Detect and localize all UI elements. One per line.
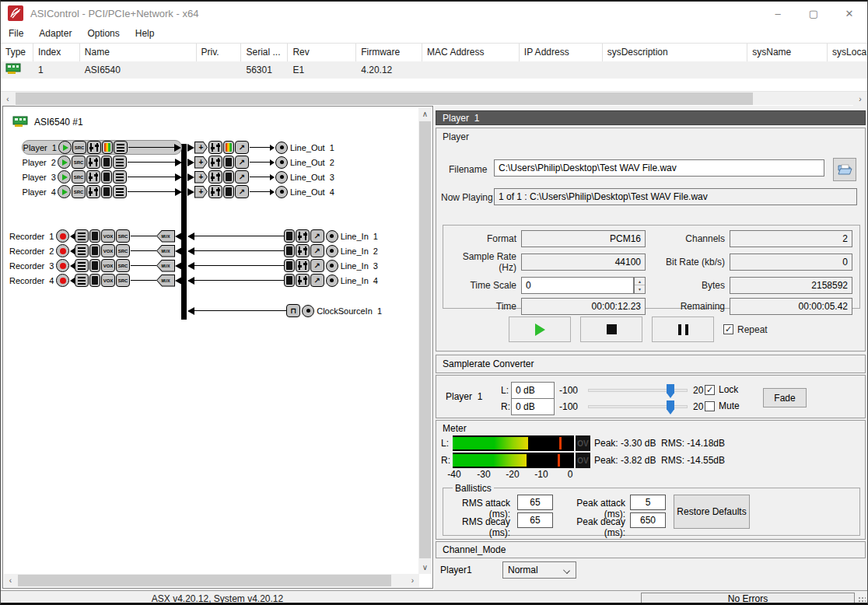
col-type[interactable]: Type <box>1 44 33 61</box>
faders-icon[interactable] <box>296 244 310 257</box>
vox-icon[interactable] <box>101 244 115 257</box>
peak-attack-input[interactable] <box>630 495 666 510</box>
col-mac[interactable]: MAC Address <box>422 44 520 61</box>
faders-icon[interactable] <box>86 185 100 198</box>
col-ip[interactable]: IP Address <box>520 44 603 61</box>
scroll-thumb[interactable] <box>18 575 391 586</box>
topology-vscrollbar[interactable]: ∧ ∨ <box>418 107 432 574</box>
record-icon[interactable] <box>56 259 69 272</box>
src-icon[interactable] <box>116 229 130 243</box>
meter-icon[interactable] <box>101 170 112 184</box>
player-row[interactable]: Player 1 <box>22 140 182 155</box>
src-icon[interactable] <box>116 259 130 272</box>
src-icon[interactable] <box>72 185 86 198</box>
stop-button[interactable] <box>580 316 642 342</box>
scroll-down-icon[interactable]: ∨ <box>418 561 432 574</box>
faders-icon[interactable] <box>208 170 222 184</box>
src-icon[interactable] <box>116 274 130 287</box>
meter-icon[interactable] <box>223 185 234 198</box>
linein-row[interactable]: Line_In 3 <box>187 258 378 273</box>
faders-icon[interactable] <box>208 185 222 198</box>
sum-icon[interactable] <box>194 171 208 184</box>
play-icon[interactable] <box>58 141 72 154</box>
recorder-row[interactable]: Recorder 1 <box>9 229 182 243</box>
meter-icon[interactable] <box>223 141 234 154</box>
col-name[interactable]: Name <box>80 44 197 61</box>
scroll-left-icon[interactable]: ‹ <box>1 92 15 106</box>
time-scale-input[interactable] <box>521 277 634 294</box>
player-row[interactable]: Player 3 <box>22 170 182 184</box>
record-icon[interactable] <box>56 274 69 287</box>
fade-button[interactable]: Fade <box>763 388 807 407</box>
mixer-icon[interactable] <box>75 244 89 257</box>
clock-icon[interactable] <box>286 304 300 317</box>
mixer-icon[interactable] <box>113 170 127 184</box>
sum-icon[interactable] <box>194 156 208 169</box>
lineout-row[interactable]: Line_Out 2 <box>187 155 380 170</box>
meter-icon[interactable] <box>284 229 295 243</box>
player-row[interactable]: Player 4 <box>22 184 182 199</box>
lineout-node-icon[interactable] <box>275 156 288 169</box>
slider-thumb[interactable] <box>667 400 674 414</box>
play-button[interactable] <box>509 316 571 342</box>
peak-decay-input[interactable] <box>630 512 666 528</box>
rms-decay-input[interactable] <box>517 512 553 528</box>
meter-icon[interactable] <box>89 244 100 257</box>
vox-icon[interactable] <box>101 274 115 287</box>
maximize-button[interactable]: ▢ <box>796 2 831 25</box>
record-icon[interactable] <box>56 229 69 243</box>
right-gain-slider[interactable] <box>588 405 688 408</box>
router-icon[interactable] <box>235 156 249 169</box>
menu-adapter[interactable]: Adapter <box>31 26 79 40</box>
router-icon[interactable] <box>310 244 324 257</box>
adapter-node[interactable]: ASI6540 #1 <box>12 116 83 128</box>
menu-help[interactable]: Help <box>128 26 163 40</box>
vox-icon[interactable] <box>101 229 115 243</box>
col-sysdescription[interactable]: sysDescription <box>603 44 748 61</box>
src-icon[interactable] <box>72 170 86 184</box>
pause-button[interactable] <box>652 316 714 342</box>
record-icon[interactable] <box>56 244 69 257</box>
open-file-button[interactable] <box>833 158 856 181</box>
resize-grip-icon[interactable] <box>858 596 866 604</box>
mute-checkbox[interactable] <box>705 401 715 411</box>
recorder-row[interactable]: Recorder 4 <box>9 273 182 288</box>
lineout-node-icon[interactable] <box>275 142 288 154</box>
meter-icon[interactable] <box>89 259 100 272</box>
mux-icon[interactable] <box>156 230 175 243</box>
recorder-row[interactable]: Recorder 3 <box>9 258 182 273</box>
faders-icon[interactable] <box>296 259 310 272</box>
src-icon[interactable] <box>72 156 86 169</box>
lock-checkbox[interactable] <box>705 385 715 395</box>
mixer-icon[interactable] <box>75 229 89 243</box>
close-button[interactable]: ✕ <box>831 2 867 25</box>
faders-icon[interactable] <box>296 229 310 243</box>
mux-icon[interactable] <box>156 245 175 257</box>
router-icon[interactable] <box>235 170 249 184</box>
scroll-right-icon[interactable]: › <box>406 574 419 587</box>
table-hscrollbar[interactable]: ‹ › <box>1 91 867 105</box>
linein-node-icon[interactable] <box>326 275 338 287</box>
meter-icon[interactable] <box>89 229 100 243</box>
spinner-up-icon[interactable]: ▲ <box>635 278 645 285</box>
restore-defaults-button[interactable]: Restore Defaults <box>674 495 750 529</box>
faders-icon[interactable] <box>296 274 310 287</box>
router-icon[interactable] <box>235 141 249 154</box>
faders-icon[interactable] <box>86 156 100 169</box>
mixer-icon[interactable] <box>114 141 128 154</box>
meter-icon[interactable] <box>223 170 234 184</box>
router-icon[interactable] <box>310 274 324 287</box>
topology-hscrollbar[interactable]: ‹ › <box>4 574 419 587</box>
faders-icon[interactable] <box>208 156 222 169</box>
scroll-thumb[interactable] <box>16 93 753 105</box>
linein-node-icon[interactable] <box>326 245 338 257</box>
sum-icon[interactable] <box>194 186 208 198</box>
lineout-row[interactable]: Line_Out 1 <box>187 140 380 155</box>
meter-icon[interactable] <box>101 185 112 198</box>
src-icon[interactable] <box>116 244 130 257</box>
scroll-thumb[interactable] <box>419 121 431 558</box>
clock-node-icon[interactable] <box>302 305 314 317</box>
meter-icon[interactable] <box>89 274 100 287</box>
meter-icon[interactable] <box>284 244 295 257</box>
rms-attack-input[interactable] <box>517 495 553 510</box>
